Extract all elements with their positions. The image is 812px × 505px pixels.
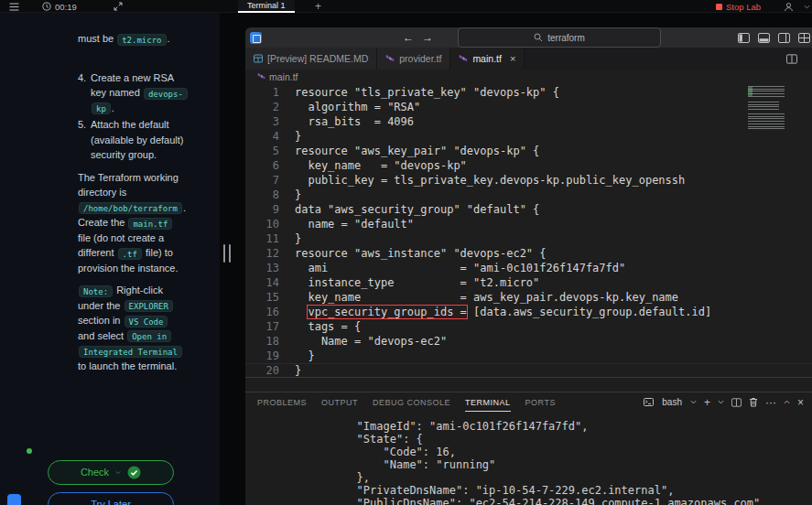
- fullscreen-icon[interactable]: [114, 0, 123, 13]
- code-line[interactable]: 16 vpc_security_group_ids = [data.aws_se…: [245, 305, 812, 319]
- tab-provider-tf[interactable]: provider.tf: [377, 48, 450, 70]
- tab-main-tf[interactable]: main.tf ×: [450, 48, 525, 70]
- line-number: 1: [245, 85, 279, 100]
- inline-code: EXPLORER: [125, 300, 173, 312]
- launch-profile-chevron-icon[interactable]: [718, 400, 724, 404]
- line-number: 16: [245, 305, 279, 319]
- command-search-box[interactable]: terraform: [458, 27, 661, 48]
- code-line[interactable]: 4}: [245, 129, 812, 144]
- search-icon: [534, 33, 543, 42]
- instruction-step-5: 5. Attach the default (available by defa…: [78, 117, 186, 163]
- new-terminal-icon[interactable]: +: [704, 396, 710, 409]
- code-text: resource "aws_key_pair" "devops-kp" {: [279, 144, 539, 158]
- menu-icon[interactable]: [9, 0, 19, 13]
- maximize-panel-icon[interactable]: [784, 400, 790, 404]
- code-text: name = "default": [279, 217, 414, 231]
- forward-arrow-icon[interactable]: →: [422, 31, 433, 44]
- code-line[interactable]: 18 Name = "devops-ec2": [245, 334, 812, 349]
- line-number: 14: [245, 275, 279, 290]
- toggle-sidebar-icon[interactable]: [738, 33, 750, 43]
- stop-lab-label: Stop Lab: [726, 2, 761, 12]
- close-panel-icon[interactable]: ×: [797, 396, 804, 409]
- check-button[interactable]: Check: [48, 460, 174, 485]
- code-lines: 1resource "tls_private_key" "devops-kp" …: [245, 85, 812, 378]
- panel-tab-debug-console[interactable]: DEBUG CONSOLE: [373, 392, 450, 412]
- code-line[interactable]: 3 rsa_bits = 4096: [245, 114, 812, 129]
- code-line[interactable]: 17 tags = {: [245, 319, 812, 334]
- line-number: 18: [245, 334, 279, 349]
- code-line[interactable]: 20}: [245, 363, 812, 378]
- minimap[interactable]: [748, 86, 787, 134]
- instruction-note-paragraph: Note: Right-click under the EXPLORER sec…: [78, 283, 186, 373]
- code-editor[interactable]: 1resource "tls_private_key" "devops-kp" …: [245, 83, 812, 392]
- code-line[interactable]: 6 key_name = "devops-kp": [245, 158, 812, 173]
- toggle-panel-icon[interactable]: [758, 33, 770, 43]
- panel-tab-output[interactable]: OUTPUT: [321, 392, 358, 412]
- code-server-logo[interactable]: [250, 27, 262, 48]
- panel-tab-problems[interactable]: PROBLEMS: [257, 392, 307, 412]
- breadcrumb[interactable]: main.tf: [245, 70, 812, 83]
- panel-tabs: PROBLEMS OUTPUT DEBUG CONSOLE TERMINAL P…: [245, 392, 812, 412]
- check-button-label: Check: [81, 465, 109, 480]
- instruction-workdir-paragraph: The Terraform working directory is /home…: [78, 170, 186, 276]
- terminal-output: "ImageId": "ami-0c101f26f147fa7fd", "Sta…: [251, 420, 812, 505]
- instruction-step-4: 4. Create a new RSA key named devops-kp.: [78, 70, 186, 116]
- line-number: 15: [245, 290, 279, 305]
- breadcrumb-file: main.tf: [269, 71, 298, 82]
- split-terminal-icon[interactable]: [731, 398, 742, 407]
- timer-value: 00:19: [55, 2, 77, 12]
- inline-code: main.tf: [128, 218, 172, 230]
- code-line[interactable]: 11}: [245, 231, 812, 246]
- customize-layout-icon[interactable]: [798, 33, 810, 43]
- try-later-button[interactable]: Try Later: [48, 492, 174, 505]
- inline-code: .tf: [118, 248, 142, 260]
- step-progress-dot: [27, 448, 32, 454]
- terminal-line: "Name": "running": [251, 458, 812, 471]
- vscode-window: ← → terraform: [245, 27, 812, 505]
- chevron-down-icon[interactable]: [690, 400, 697, 404]
- line-number: 17: [245, 319, 279, 334]
- terminal-line: "State": {: [251, 433, 812, 446]
- add-tab-button[interactable]: +: [315, 0, 321, 13]
- shell-terminal-icon: [644, 398, 654, 406]
- more-actions-icon[interactable]: ···: [765, 396, 776, 409]
- kill-terminal-trash-icon[interactable]: [749, 397, 758, 407]
- close-tab-icon[interactable]: ×: [510, 53, 515, 64]
- overflow-chevron-icon[interactable]: [804, 0, 810, 13]
- code-line[interactable]: 5resource "aws_key_pair" "devops-kp" {: [245, 144, 812, 158]
- tab-readme-preview[interactable]: [Preview] README.MD: [245, 48, 377, 70]
- code-line[interactable]: 1resource "tls_private_key" "devops-kp" …: [245, 85, 812, 100]
- code-text: resource "tls_private_key" "devops-kp" {: [279, 85, 559, 100]
- line-number: 11: [245, 231, 279, 246]
- account-icon[interactable]: [784, 0, 794, 13]
- line-number: 7: [245, 173, 279, 188]
- shell-label[interactable]: bash: [662, 397, 682, 407]
- code-line[interactable]: 9data "aws_security_group" "default" {: [245, 202, 812, 217]
- code-line[interactable]: 7 public_key = tls_private_key.devops-kp…: [245, 173, 812, 188]
- panel-resize-handle[interactable]: [223, 244, 231, 263]
- terminal-line: },: [251, 471, 812, 484]
- code-line[interactable]: 12resource "aws_instance" "devops-ec2" {: [245, 246, 812, 261]
- stop-lab-button[interactable]: Stop Lab: [716, 0, 761, 13]
- toggle-secondary-sidebar-icon[interactable]: [778, 33, 790, 43]
- panel-tab-ports[interactable]: PORTS: [525, 392, 556, 412]
- back-arrow-icon[interactable]: ←: [403, 31, 414, 44]
- code-line[interactable]: 8}: [245, 188, 812, 202]
- tab-terminal-1[interactable]: Terminal 1: [238, 0, 295, 13]
- panel-tab-terminal[interactable]: TERMINAL: [465, 392, 511, 412]
- code-line[interactable]: 14 instance_type = "t2.micro": [245, 275, 812, 290]
- line-number: 13: [245, 261, 279, 275]
- code-text: instance_type = "t2.micro": [279, 275, 539, 290]
- code-line[interactable]: 13 ami = "ami-0c101f26f147fa7fd": [245, 261, 812, 275]
- code-line[interactable]: 19 }: [245, 349, 812, 363]
- terminal-view[interactable]: "ImageId": "ami-0c101f26f147fa7fd", "Sta…: [245, 412, 812, 505]
- error-highlight-box: vpc_security_group_ids =: [308, 306, 466, 318]
- code-line[interactable]: 15 key_name = aws_key_pair.devops-kp.key…: [245, 290, 812, 305]
- split-editor-icon[interactable]: [786, 54, 797, 64]
- code-line[interactable]: 10 name = "default": [245, 217, 812, 231]
- line-number: 9: [245, 202, 279, 217]
- code-line[interactable]: 2 algorithm = "RSA": [245, 100, 812, 114]
- code-text: }: [279, 349, 315, 363]
- chat-bubble-icon[interactable]: [7, 494, 21, 505]
- stop-square-icon: [716, 4, 722, 10]
